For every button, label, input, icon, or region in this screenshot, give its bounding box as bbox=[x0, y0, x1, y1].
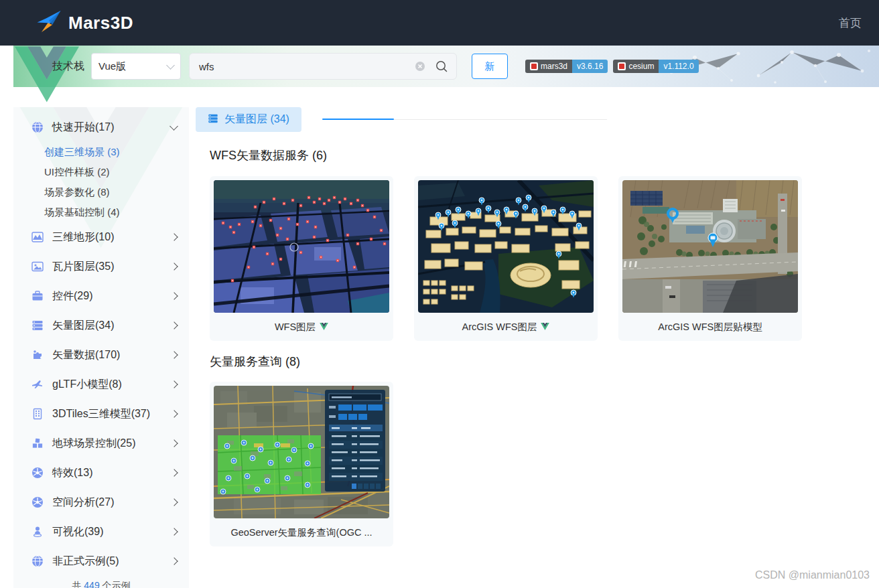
sidebar-item-tile-layers[interactable]: 瓦片图层(35) bbox=[13, 252, 189, 281]
card-caption: WFS图层 bbox=[275, 321, 316, 334]
sidebar-item-label: 矢量图层(34) bbox=[52, 319, 172, 333]
tech-stack-select[interactable]: Vue版 bbox=[91, 53, 181, 80]
brand-title: Mars3D bbox=[68, 13, 133, 33]
sidebar-item-label: 非正式示例(5) bbox=[52, 555, 172, 569]
badge-version: v1.112.0 bbox=[659, 60, 698, 73]
person-pin-icon bbox=[31, 525, 44, 538]
sidebar-item-label: 空间分析(27) bbox=[52, 496, 172, 510]
npm-icon bbox=[618, 62, 626, 70]
sidebar-item-quickstart[interactable]: 快速开始(17) bbox=[13, 113, 189, 142]
csdn-watermark: CSDN @mianmian0103 bbox=[755, 569, 870, 581]
chevron-right-icon bbox=[170, 292, 178, 299]
chevron-right-icon bbox=[170, 351, 178, 358]
search-box bbox=[189, 53, 457, 80]
layers-icon bbox=[31, 319, 44, 332]
tech-stack-label: 技术栈 bbox=[52, 60, 84, 74]
sidebar-item-terrain[interactable]: 三维地形(10) bbox=[13, 222, 189, 252]
chevron-right-icon bbox=[170, 498, 178, 506]
sidebar-item-visualization[interactable]: 可视化(39) bbox=[13, 517, 189, 546]
tab-label: 矢量图层 (34) bbox=[224, 113, 289, 127]
sidebar-item-vector-layers[interactable]: 矢量图层(34) bbox=[13, 311, 189, 340]
chevron-right-icon bbox=[170, 410, 178, 417]
sidebar-item-label: 地球场景控制(25) bbox=[52, 437, 172, 451]
sidebar-item-controls[interactable]: 控件(29) bbox=[13, 281, 189, 311]
sidebar-item-vector-data[interactable]: 矢量数据(170) bbox=[13, 340, 189, 370]
thumbnail-arcgis-wfs[interactable] bbox=[418, 180, 594, 313]
card-caption: ArcGIS WFS图层贴模型 bbox=[658, 321, 762, 334]
sidebar-item-informal-examples[interactable]: 非正式示例(5) bbox=[13, 546, 189, 576]
badge-name: cesium bbox=[628, 62, 654, 71]
chevron-right-icon bbox=[170, 528, 178, 535]
sidebar-item-label: 矢量数据(170) bbox=[52, 348, 172, 362]
sidebar-item-gltf-models[interactable]: gLTF小模型(8) bbox=[13, 370, 189, 399]
examples-count: 449 bbox=[84, 580, 99, 588]
thumbnail-arcgis-wfs-model[interactable] bbox=[622, 180, 798, 313]
brand-logo[interactable]: Mars3D bbox=[36, 8, 133, 38]
sidebar-item-globe-control[interactable]: 地球场景控制(25) bbox=[13, 429, 189, 458]
app-header: Mars3D 首页 bbox=[0, 0, 879, 46]
new-button[interactable]: 新 bbox=[472, 54, 508, 79]
cubes-icon bbox=[31, 437, 44, 450]
card-caption: ArcGIS WFS图层 bbox=[462, 321, 537, 334]
sidebar: 快速开始(17) 创建三维场景 (3) UI控件样板 (2) 场景参数化 (8)… bbox=[13, 107, 189, 588]
globe-icon bbox=[31, 555, 44, 568]
sidebar-item-label: 控件(29) bbox=[52, 289, 172, 303]
main-content: 矢量图层 (34) WFS矢量数据服务 (6) bbox=[196, 107, 879, 588]
sidebar-item-spatial-analysis[interactable]: 空间分析(27) bbox=[13, 488, 189, 517]
sidebar-subitem-ui-controls[interactable]: UI控件样板 (2) bbox=[13, 162, 189, 182]
sidebar-item-label: 瓦片图层(35) bbox=[52, 260, 172, 274]
example-card-arcgis-wfs-model[interactable]: ArcGIS WFS图层贴模型 bbox=[618, 176, 802, 341]
mars3d-version-badge[interactable]: mars3d v3.6.16 bbox=[525, 60, 608, 73]
tab-vector-layers[interactable]: 矢量图层 (34) bbox=[196, 107, 301, 132]
chevron-right-icon bbox=[170, 321, 178, 329]
card-caption: GeoServer矢量服务查询(OGC ... bbox=[230, 526, 372, 539]
section-title-wfs: WFS矢量数据服务 (6) bbox=[210, 147, 327, 163]
sidebar-item-3dtiles[interactable]: 3DTiles三维模型(37) bbox=[13, 399, 189, 429]
plane-icon bbox=[31, 378, 44, 391]
clear-search-icon[interactable] bbox=[415, 61, 425, 72]
chevron-right-icon bbox=[170, 439, 178, 447]
sidebar-item-effects[interactable]: 特效(13) bbox=[13, 458, 189, 488]
sidebar-subitem-scene-params[interactable]: 场景参数化 (8) bbox=[13, 182, 189, 202]
thumbnail-wfs-layer[interactable] bbox=[214, 180, 389, 313]
wheel-icon bbox=[31, 466, 44, 480]
nav-home-link[interactable]: 首页 bbox=[839, 0, 862, 46]
chevron-right-icon bbox=[170, 233, 178, 240]
thumbnail-geoserver-query[interactable] bbox=[214, 386, 389, 518]
building-icon bbox=[31, 407, 44, 421]
sidebar-item-label: 可视化(39) bbox=[52, 525, 172, 539]
sidebar-item-label: 特效(13) bbox=[52, 466, 172, 480]
sidebar-subitem-create-scene[interactable]: 创建三维场景 (3) bbox=[13, 142, 189, 162]
puzzle-icon bbox=[31, 348, 44, 362]
layers-icon bbox=[208, 113, 218, 127]
vue-logo-icon bbox=[541, 321, 549, 332]
cesium-version-badge[interactable]: cesium v1.112.0 bbox=[613, 60, 698, 73]
example-card-wfs-layer[interactable]: WFS图层 bbox=[210, 176, 393, 341]
sidebar-item-label: 3DTiles三维模型(37) bbox=[52, 407, 172, 421]
sidebar-item-label: 快速开始(17) bbox=[52, 121, 171, 135]
chevron-right-icon bbox=[170, 469, 178, 476]
sidebar-subitem-scene-basic[interactable]: 场景基础控制 (4) bbox=[13, 202, 189, 222]
chevron-down-icon bbox=[170, 122, 178, 131]
mars3d-star-icon bbox=[36, 8, 62, 38]
vue-logo-icon bbox=[320, 321, 328, 332]
chevron-down-icon bbox=[166, 61, 175, 70]
chevron-right-icon bbox=[170, 263, 178, 270]
sidebar-item-label: 三维地形(10) bbox=[52, 230, 172, 244]
chevron-right-icon bbox=[170, 557, 178, 565]
image-icon bbox=[31, 260, 44, 273]
example-card-geoserver-query[interactable]: GeoServer矢量服务查询(OGC ... bbox=[210, 382, 393, 546]
example-card-arcgis-wfs[interactable]: ArcGIS WFS图层 bbox=[414, 176, 598, 341]
tab-scroll-indicator bbox=[322, 119, 394, 120]
chevron-right-icon bbox=[170, 380, 178, 388]
npm-icon bbox=[530, 62, 538, 70]
tech-stack-value: Vue版 bbox=[98, 60, 126, 73]
badge-name: mars3d bbox=[541, 62, 567, 71]
sidebar-item-label: gLTF小模型(8) bbox=[52, 378, 172, 392]
terrain-icon bbox=[31, 230, 44, 244]
toolbar: 技术栈 Vue版 新 mars3d bbox=[13, 46, 879, 87]
briefcase-icon bbox=[31, 289, 44, 303]
search-icon[interactable] bbox=[435, 60, 448, 73]
globe-icon bbox=[31, 121, 44, 134]
search-input[interactable] bbox=[190, 61, 415, 72]
